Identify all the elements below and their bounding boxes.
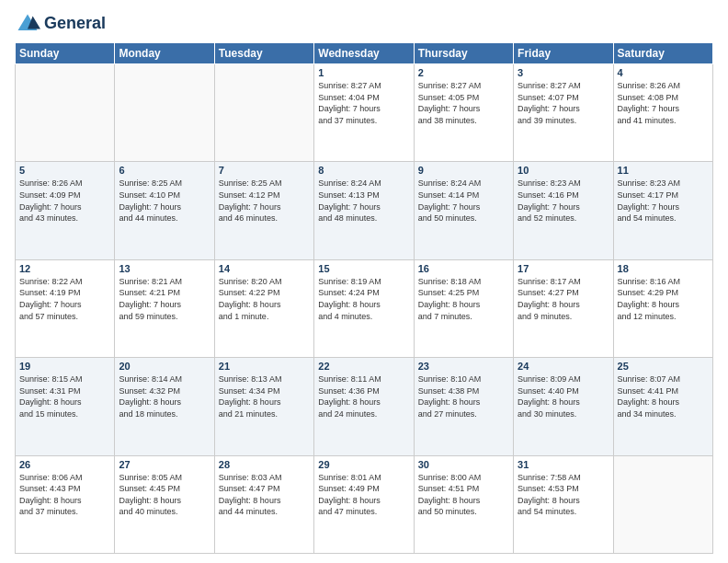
day-info: Sunrise: 8:22 AM Sunset: 4:19 PM Dayligh… (19, 276, 110, 322)
day-info: Sunrise: 8:26 AM Sunset: 4:08 PM Dayligh… (618, 80, 709, 126)
week-row-1: 1Sunrise: 8:27 AM Sunset: 4:04 PM Daylig… (16, 64, 713, 162)
calendar-cell: 10Sunrise: 8:23 AM Sunset: 4:16 PM Dayli… (514, 162, 613, 259)
day-number: 24 (518, 361, 609, 372)
calendar-cell: 11Sunrise: 8:23 AM Sunset: 4:17 PM Dayli… (613, 162, 712, 259)
day-info: Sunrise: 8:13 AM Sunset: 4:34 PM Dayligh… (219, 373, 310, 419)
calendar-cell: 23Sunrise: 8:10 AM Sunset: 4:38 PM Dayli… (414, 358, 513, 455)
day-info: Sunrise: 8:21 AM Sunset: 4:21 PM Dayligh… (119, 276, 210, 322)
day-info: Sunrise: 8:18 AM Sunset: 4:25 PM Dayligh… (418, 276, 509, 322)
logo-line1: General (44, 15, 106, 33)
calendar-cell: 12Sunrise: 8:22 AM Sunset: 4:19 PM Dayli… (16, 259, 115, 357)
weekday-header-row: SundayMondayTuesdayWednesdayThursdayFrid… (16, 43, 713, 64)
day-number: 8 (318, 165, 409, 176)
day-info: Sunrise: 8:14 AM Sunset: 4:32 PM Dayligh… (119, 373, 210, 419)
weekday-sunday: Sunday (16, 43, 115, 64)
day-number: 3 (518, 67, 609, 78)
week-row-2: 5Sunrise: 8:26 AM Sunset: 4:09 PM Daylig… (16, 162, 713, 259)
day-info: Sunrise: 8:25 AM Sunset: 4:10 PM Dayligh… (119, 178, 210, 224)
week-row-5: 26Sunrise: 8:06 AM Sunset: 4:43 PM Dayli… (16, 455, 713, 553)
header: General (15, 11, 713, 37)
day-number: 14 (219, 263, 310, 274)
day-info: Sunrise: 8:10 AM Sunset: 4:38 PM Dayligh… (418, 373, 509, 419)
weekday-saturday: Saturday (613, 43, 712, 64)
day-number: 6 (119, 165, 210, 176)
day-number: 2 (418, 67, 509, 78)
day-number: 28 (219, 459, 310, 470)
weekday-thursday: Thursday (414, 43, 513, 64)
day-info: Sunrise: 8:11 AM Sunset: 4:36 PM Dayligh… (318, 373, 409, 419)
day-number: 25 (618, 361, 709, 372)
calendar-cell: 24Sunrise: 8:09 AM Sunset: 4:40 PM Dayli… (514, 358, 613, 455)
calendar-cell: 29Sunrise: 8:01 AM Sunset: 4:49 PM Dayli… (314, 455, 414, 553)
calendar-cell: 31Sunrise: 7:58 AM Sunset: 4:53 PM Dayli… (514, 455, 613, 553)
day-info: Sunrise: 8:03 AM Sunset: 4:47 PM Dayligh… (219, 472, 310, 518)
calendar-cell: 26Sunrise: 8:06 AM Sunset: 4:43 PM Dayli… (16, 455, 115, 553)
day-info: Sunrise: 8:16 AM Sunset: 4:29 PM Dayligh… (618, 276, 709, 322)
calendar-cell: 17Sunrise: 8:17 AM Sunset: 4:27 PM Dayli… (514, 259, 613, 357)
day-info: Sunrise: 8:20 AM Sunset: 4:22 PM Dayligh… (219, 276, 310, 322)
week-row-4: 19Sunrise: 8:15 AM Sunset: 4:31 PM Dayli… (16, 358, 713, 455)
day-number: 30 (418, 459, 509, 470)
calendar-cell: 21Sunrise: 8:13 AM Sunset: 4:34 PM Dayli… (214, 358, 313, 455)
logo-icon (15, 11, 40, 37)
weekday-friday: Friday (514, 43, 613, 64)
day-info: Sunrise: 8:27 AM Sunset: 4:04 PM Dayligh… (318, 80, 409, 126)
day-number: 31 (518, 459, 609, 470)
calendar-cell: 14Sunrise: 8:20 AM Sunset: 4:22 PM Dayli… (214, 259, 313, 357)
day-info: Sunrise: 8:15 AM Sunset: 4:31 PM Dayligh… (19, 373, 110, 419)
day-number: 9 (418, 165, 509, 176)
day-number: 22 (318, 361, 409, 372)
day-info: Sunrise: 8:27 AM Sunset: 4:05 PM Dayligh… (418, 80, 509, 126)
logo: General (15, 11, 106, 37)
weekday-tuesday: Tuesday (214, 43, 313, 64)
day-info: Sunrise: 8:01 AM Sunset: 4:49 PM Dayligh… (318, 472, 409, 518)
day-info: Sunrise: 8:25 AM Sunset: 4:12 PM Dayligh… (219, 178, 310, 224)
calendar-cell: 19Sunrise: 8:15 AM Sunset: 4:31 PM Dayli… (16, 358, 115, 455)
weekday-wednesday: Wednesday (314, 43, 414, 64)
day-info: Sunrise: 8:24 AM Sunset: 4:14 PM Dayligh… (418, 178, 509, 224)
day-number: 18 (618, 263, 709, 274)
day-number: 1 (318, 67, 409, 78)
calendar-cell: 4Sunrise: 8:26 AM Sunset: 4:08 PM Daylig… (613, 64, 712, 162)
day-number: 29 (318, 459, 409, 470)
calendar-cell: 5Sunrise: 8:26 AM Sunset: 4:09 PM Daylig… (16, 162, 115, 259)
day-number: 5 (19, 165, 110, 176)
day-info: Sunrise: 8:23 AM Sunset: 4:17 PM Dayligh… (618, 178, 709, 224)
day-info: Sunrise: 8:05 AM Sunset: 4:45 PM Dayligh… (119, 472, 210, 518)
day-number: 10 (518, 165, 609, 176)
day-info: Sunrise: 8:23 AM Sunset: 4:16 PM Dayligh… (518, 178, 609, 224)
day-info: Sunrise: 8:00 AM Sunset: 4:51 PM Dayligh… (418, 472, 509, 518)
calendar-cell (214, 64, 313, 162)
day-number: 15 (318, 263, 409, 274)
day-number: 13 (119, 263, 210, 274)
day-info: Sunrise: 8:07 AM Sunset: 4:41 PM Dayligh… (618, 373, 709, 419)
calendar-cell (115, 64, 214, 162)
day-number: 4 (618, 67, 709, 78)
weekday-monday: Monday (115, 43, 214, 64)
calendar-cell: 2Sunrise: 8:27 AM Sunset: 4:05 PM Daylig… (414, 64, 513, 162)
day-number: 20 (119, 361, 210, 372)
day-number: 7 (219, 165, 310, 176)
day-number: 21 (219, 361, 310, 372)
calendar-cell: 1Sunrise: 8:27 AM Sunset: 4:04 PM Daylig… (314, 64, 414, 162)
calendar-cell: 18Sunrise: 8:16 AM Sunset: 4:29 PM Dayli… (613, 259, 712, 357)
day-number: 27 (119, 459, 210, 470)
calendar-cell: 13Sunrise: 8:21 AM Sunset: 4:21 PM Dayli… (115, 259, 214, 357)
day-number: 26 (19, 459, 110, 470)
day-info: Sunrise: 7:58 AM Sunset: 4:53 PM Dayligh… (518, 472, 609, 518)
day-info: Sunrise: 8:17 AM Sunset: 4:27 PM Dayligh… (518, 276, 609, 322)
calendar-cell: 22Sunrise: 8:11 AM Sunset: 4:36 PM Dayli… (314, 358, 414, 455)
calendar-cell: 25Sunrise: 8:07 AM Sunset: 4:41 PM Dayli… (613, 358, 712, 455)
day-number: 17 (518, 263, 609, 274)
calendar-cell: 9Sunrise: 8:24 AM Sunset: 4:14 PM Daylig… (414, 162, 513, 259)
day-number: 11 (618, 165, 709, 176)
calendar-cell (613, 455, 712, 553)
day-info: Sunrise: 8:27 AM Sunset: 4:07 PM Dayligh… (518, 80, 609, 126)
week-row-3: 12Sunrise: 8:22 AM Sunset: 4:19 PM Dayli… (16, 259, 713, 357)
day-number: 23 (418, 361, 509, 372)
page: General SundayMondayTuesdayWednesdayThur… (0, 0, 728, 563)
day-number: 16 (418, 263, 509, 274)
day-info: Sunrise: 8:24 AM Sunset: 4:13 PM Dayligh… (318, 178, 409, 224)
calendar-cell: 27Sunrise: 8:05 AM Sunset: 4:45 PM Dayli… (115, 455, 214, 553)
day-number: 12 (19, 263, 110, 274)
